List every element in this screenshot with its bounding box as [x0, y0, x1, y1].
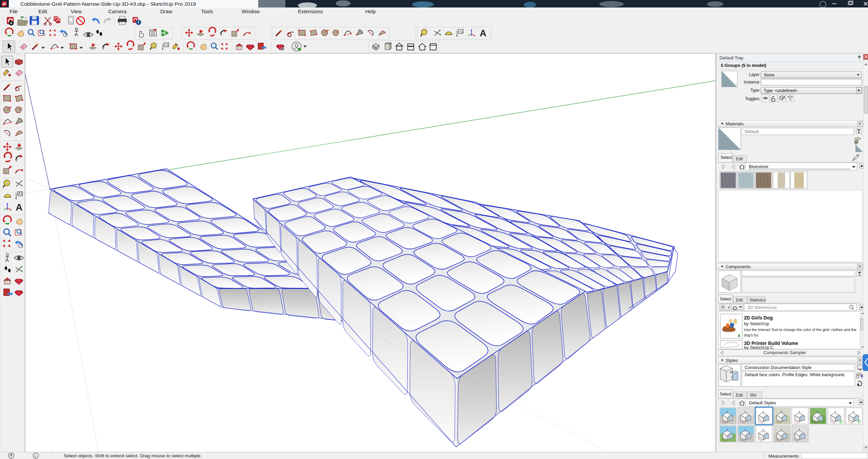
svg-text:Default face colors. Profile E: Default face colors. Profile Edges. Whit…	[745, 372, 845, 377]
svg-text:5 Groups (5 in model): 5 Groups (5 in model)	[721, 63, 766, 68]
svg-text:Window: Window	[242, 8, 260, 14]
svg-text:Help: Help	[365, 8, 376, 14]
svg-text:Extensions: Extensions	[298, 8, 323, 14]
svg-text:by SketchUp: by SketchUp	[744, 321, 769, 326]
svg-text:Edit: Edit	[736, 157, 743, 161]
svg-text:Camera: Camera	[108, 8, 127, 14]
svg-text:Use the Interact Tool to chang: Use the Interact Tool to change the colo…	[744, 328, 856, 332]
svg-text:i: i	[138, 19, 139, 24]
svg-text:Stone: Stone	[764, 73, 775, 77]
svg-text:Select: Select	[720, 297, 731, 301]
svg-text:by SketchUp C: by SketchUp C	[744, 345, 774, 350]
svg-text:Default: Default	[745, 129, 759, 134]
svg-text:Default Tray: Default Tray	[720, 55, 744, 60]
svg-text:Materials: Materials	[726, 121, 744, 126]
svg-text:Components: Components	[726, 264, 751, 269]
svg-text:Construction Documentation Sty: Construction Documentation Style	[745, 365, 812, 370]
svg-text:Edit: Edit	[736, 298, 743, 302]
svg-text:Edit: Edit	[38, 8, 48, 14]
svg-text:Tools: Tools	[201, 8, 213, 14]
svg-text:Layer:: Layer:	[749, 72, 760, 77]
svg-text:View: View	[71, 8, 82, 14]
svg-text:A1: A1	[459, 30, 463, 33]
svg-text:A1: A1	[165, 43, 169, 47]
svg-text:Type: <undefined>: Type: <undefined>	[764, 88, 797, 93]
svg-text:A: A	[480, 28, 486, 38]
svg-text:Edit: Edit	[736, 393, 743, 398]
svg-text:3D Warehouse: 3D Warehouse	[747, 305, 777, 310]
svg-text:2D Girls Dog: 2D Girls Dog	[744, 315, 773, 320]
svg-text:Type:: Type:	[750, 88, 760, 93]
svg-text:Default Styles: Default Styles	[749, 400, 776, 405]
svg-text:Bluestone: Bluestone	[749, 164, 768, 169]
svg-text:Select: Select	[721, 155, 732, 160]
svg-text:File: File	[10, 8, 18, 14]
svg-text:Instance:: Instance:	[744, 80, 760, 85]
svg-text:dog's fur.: dog's fur.	[744, 333, 759, 337]
svg-text:Measurements: Measurements	[768, 454, 799, 459]
svg-text:A1: A1	[18, 192, 22, 196]
svg-text:Select: Select	[720, 392, 731, 397]
svg-text:Components Sampler: Components Sampler	[763, 350, 806, 355]
svg-text:i: i	[35, 454, 36, 458]
svg-text:A: A	[16, 202, 22, 213]
svg-text:Statistics: Statistics	[749, 298, 766, 302]
svg-text:Toggles:: Toggles:	[745, 96, 760, 101]
svg-text:Cobblestone-Grid-Pattern-Narro: Cobblestone-Grid-Pattern-Narrow-Side-Up-…	[20, 1, 196, 7]
svg-text:Styles: Styles	[726, 358, 738, 363]
svg-text:Draw: Draw	[160, 8, 172, 14]
svg-text:Select objects. Shift to exten: Select objects. Shift to extend select. …	[64, 453, 202, 458]
svg-text:Mix: Mix	[750, 393, 757, 398]
